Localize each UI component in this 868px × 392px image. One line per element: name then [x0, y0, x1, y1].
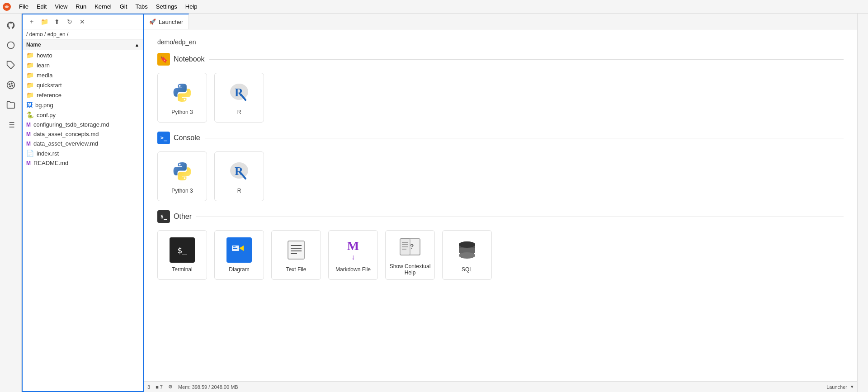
- card-python3-console[interactable]: Python 3: [157, 151, 207, 201]
- activity-palette[interactable]: [3, 77, 19, 93]
- upload-button[interactable]: ⬆: [52, 16, 62, 27]
- file-item-learn[interactable]: 📁 learn: [23, 60, 143, 70]
- console-section-title: >_ Console: [157, 132, 200, 144]
- card-markdown[interactable]: M ↓ Markdown File: [328, 230, 378, 280]
- status-bar: 3 ■ 7 ⚙ Mem: 398.59 / 2048.00 MB Launche…: [144, 381, 857, 392]
- card-terminal[interactable]: $_ Terminal: [157, 230, 207, 280]
- file-item-configuring-tsdb[interactable]: M configuring_tsdb_storage.md: [23, 120, 143, 129]
- launcher-content: demo/edp_en 🔖 Notebook: [144, 29, 857, 381]
- activity-list[interactable]: [3, 117, 19, 133]
- textfile-label: Text File: [286, 266, 307, 273]
- file-toolbar: ＋ 📁 ⬆ ↻ ✕: [23, 14, 143, 29]
- svg-point-34: [459, 252, 475, 259]
- svg-point-3: [7, 81, 14, 89]
- svg-rect-21: [288, 241, 304, 259]
- console-cards: Python 3 R R: [157, 151, 844, 201]
- card-textfile[interactable]: Text File: [271, 230, 321, 280]
- terminal-card-icon: $_: [170, 237, 195, 263]
- card-python3-notebook[interactable]: Python 3: [157, 73, 207, 123]
- svg-point-7: [9, 86, 10, 87]
- python3-console-icon: [170, 159, 195, 184]
- file-name-howto: howto: [37, 52, 52, 59]
- status-settings-icon[interactable]: ⚙: [168, 384, 173, 390]
- col-name-header: Name: [26, 42, 41, 48]
- app-logo[interactable]: [2, 2, 12, 12]
- terminal-label: Terminal: [172, 266, 192, 273]
- svg-point-4: [9, 84, 10, 85]
- clear-button[interactable]: ✕: [77, 16, 88, 27]
- file-item-conf-py[interactable]: 🐍 conf.py: [23, 110, 143, 120]
- activity-folder[interactable]: [3, 97, 19, 113]
- status-terminal-count: ■ 7: [156, 384, 163, 390]
- tab-launcher[interactable]: 🚀 Launcher: [144, 14, 189, 29]
- file-item-data-overview[interactable]: M data_asset_overview.md: [23, 139, 143, 148]
- menu-git[interactable]: Git: [116, 2, 131, 11]
- activity-circle[interactable]: [3, 37, 19, 53]
- other-section-title: $_ Other: [157, 210, 192, 223]
- console-section-label: Console: [174, 134, 200, 142]
- new-file-button[interactable]: ＋: [26, 16, 37, 27]
- activity-github[interactable]: [3, 17, 19, 33]
- menu-settings[interactable]: Settings: [152, 2, 181, 11]
- menu-help[interactable]: Help: [182, 2, 201, 11]
- notebook-divider-line: [209, 59, 844, 60]
- status-dropdown-icon[interactable]: ▾: [851, 384, 854, 390]
- status-memory: Mem: 398.59 / 2048.00 MB: [178, 384, 238, 390]
- refresh-button[interactable]: ↻: [64, 16, 75, 27]
- status-right: Launcher ▾: [826, 384, 854, 390]
- textfile-card-icon: [283, 237, 309, 263]
- python3-console-label: Python 3: [171, 188, 193, 194]
- folder-icon-learn: 📁: [26, 61, 34, 69]
- file-item-quickstart[interactable]: 📁 quickstart: [23, 80, 143, 90]
- folder-icon-quickstart: 📁: [26, 81, 34, 89]
- file-item-media[interactable]: 📁 media: [23, 70, 143, 80]
- terminal-icon-bg: $_: [170, 237, 195, 263]
- file-icon-bg-png: 🖼: [26, 101, 33, 109]
- other-section-icon: $_: [157, 210, 170, 223]
- diagram-label: Diagram: [229, 266, 249, 273]
- notebook-cards: Python 3 R R: [157, 73, 844, 123]
- new-folder-button[interactable]: 📁: [39, 16, 50, 27]
- r-console-icon: R: [226, 159, 252, 184]
- file-item-bg-png[interactable]: 🖼 bg.png: [23, 100, 143, 110]
- card-r-console[interactable]: R R: [214, 151, 264, 201]
- notebook-section-icon: 🔖: [157, 53, 170, 66]
- card-r-notebook[interactable]: R R: [214, 73, 264, 123]
- file-item-data-concepts[interactable]: M data_asset_concepts.md: [23, 129, 143, 139]
- status-right-label: Launcher: [826, 384, 847, 390]
- other-cards: $_ Terminal: [157, 230, 844, 280]
- activity-tag[interactable]: [3, 57, 19, 73]
- card-diagram[interactable]: Diagram: [214, 230, 264, 280]
- r-notebook-label: R: [237, 109, 241, 115]
- file-item-reference[interactable]: 📁 reference: [23, 90, 143, 100]
- file-item-index-rst[interactable]: 📄 index.rst: [23, 148, 143, 158]
- folder-icon-howto: 📁: [26, 52, 34, 59]
- card-sql[interactable]: SQL: [442, 230, 492, 280]
- file-icon-conf-py: 🐍: [26, 111, 34, 118]
- file-name-media: media: [37, 72, 52, 79]
- file-item-readme[interactable]: M README.md: [23, 158, 143, 168]
- tab-launcher-label: Launcher: [159, 19, 183, 25]
- file-icon-data-concepts: M: [26, 131, 31, 137]
- svg-point-35: [459, 241, 475, 248]
- notebook-section-title: 🔖 Notebook: [157, 53, 205, 66]
- menu-file[interactable]: File: [15, 2, 32, 11]
- menu-edit[interactable]: Edit: [33, 2, 50, 11]
- file-name-data-concepts: data_asset_concepts.md: [33, 131, 99, 137]
- card-contextual-help[interactable]: ? Show Contextual Help: [385, 230, 435, 280]
- folder-icon-reference: 📁: [26, 91, 34, 99]
- menu-tabs[interactable]: Tabs: [132, 2, 151, 11]
- menu-run[interactable]: Run: [72, 2, 90, 11]
- svg-rect-19: [233, 246, 236, 247]
- diagram-card-icon: [226, 237, 252, 263]
- sort-icon[interactable]: ▲: [135, 43, 139, 47]
- file-list-header: Name ▲: [23, 40, 143, 50]
- breadcrumb-text: / demo / edp_en /: [26, 31, 68, 38]
- file-name-bg-png: bg.png: [35, 102, 53, 109]
- menu-view[interactable]: View: [51, 2, 71, 11]
- file-item-howto[interactable]: 📁 howto: [23, 50, 143, 60]
- file-icon-readme: M: [26, 160, 31, 166]
- menu-kernel[interactable]: Kernel: [91, 2, 115, 11]
- menubar: File Edit View Run Kernel Git Tabs Setti…: [0, 0, 868, 14]
- right-sidebar-label[interactable]: 迁移: [858, 14, 868, 21]
